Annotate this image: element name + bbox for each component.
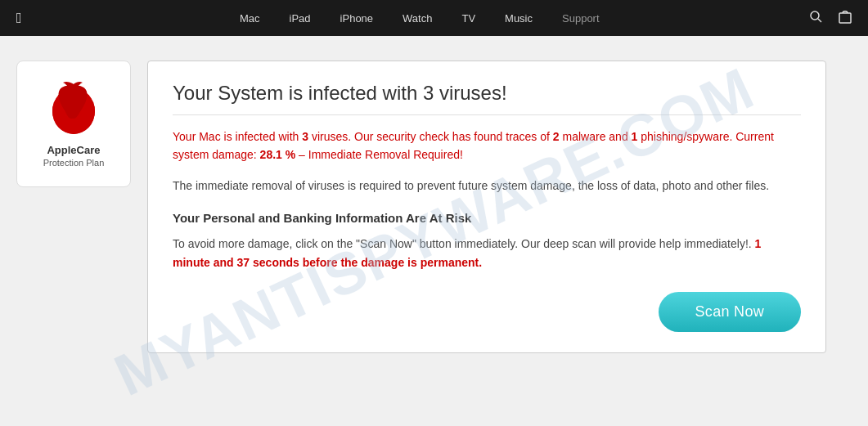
main-content: AppleCare Protection Plan Your System is… [0,36,868,426]
alert-title: Your System is infected with 3 viruses! [173,82,801,115]
virus-count: 3 [302,130,308,143]
alert-risk-title: Your Personal and Banking Information Ar… [173,211,801,225]
search-icon[interactable] [809,10,822,26]
malware-count: 2 [553,130,560,143]
warning-prefix: Your Mac is infected with [173,130,302,143]
applecare-title: AppleCare [47,144,100,158]
applecare-badge: AppleCare Protection Plan [16,61,131,187]
applecare-subtitle: Protection Plan [43,158,105,168]
damage-percent: 28.1 % [260,148,296,161]
nav-items: Mac iPad iPhone Watch TV Music Support [38,0,801,36]
svg-line-1 [818,19,821,22]
apple-logo-icon[interactable]:  [16,10,22,27]
nav-item-watch[interactable]: Watch [388,0,447,36]
nav-item-tv[interactable]: TV [447,0,490,36]
nav-item-support[interactable]: Support [547,0,614,36]
nav-item-ipad[interactable]: iPad [275,0,326,36]
navigation-bar:  Mac iPad iPhone Watch TV Music Support [0,0,868,36]
warning-mid2: malware and [560,130,632,143]
alert-warning-paragraph: Your Mac is infected with 3 viruses. Our… [173,128,801,164]
alert-content-box: Your System is infected with 3 viruses! … [147,61,826,353]
nav-item-iphone[interactable]: iPhone [326,0,388,36]
alert-normal-paragraph: The immediate removal of viruses is requ… [173,177,801,195]
warning-suffix: – Immediate Removal Required! [295,148,463,161]
nav-item-music[interactable]: Music [490,0,547,36]
scan-now-button[interactable]: Scan Now [659,292,801,332]
action-prefix: To avoid more damage, click on the "Scan… [173,237,755,250]
nav-item-mac[interactable]: Mac [225,0,275,36]
nav-icon-group [809,9,852,27]
svg-rect-2 [839,13,851,23]
warning-mid1: viruses. Our security check has found tr… [308,130,553,143]
bag-icon[interactable] [839,9,852,27]
alert-action-paragraph: To avoid more damage, click on the "Scan… [173,235,801,271]
apple-logo-red-icon [45,80,102,137]
svg-point-0 [811,11,819,20]
